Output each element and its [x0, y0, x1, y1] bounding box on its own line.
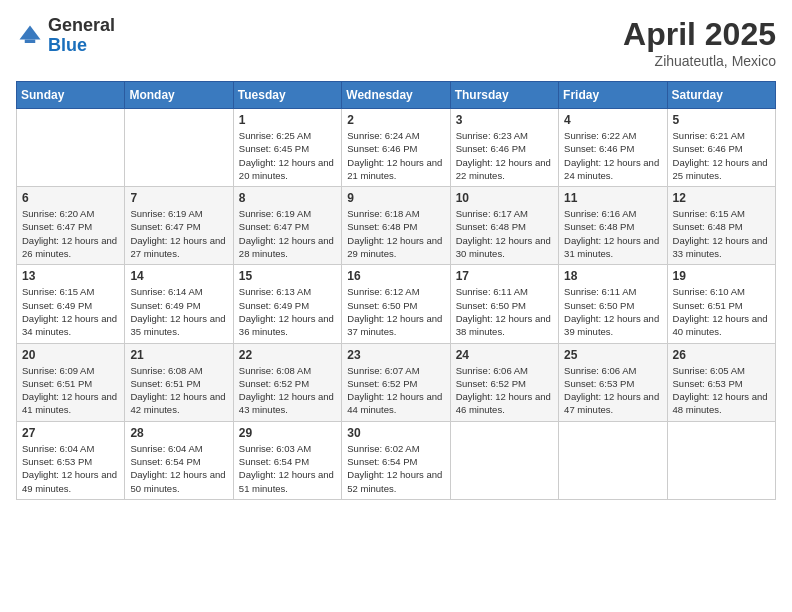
calendar-week-row: 20Sunrise: 6:09 AMSunset: 6:51 PMDayligh… [17, 343, 776, 421]
day-info: Sunrise: 6:13 AMSunset: 6:49 PMDaylight:… [239, 285, 336, 338]
calendar-cell: 9Sunrise: 6:18 AMSunset: 6:48 PMDaylight… [342, 187, 450, 265]
calendar-cell: 6Sunrise: 6:20 AMSunset: 6:47 PMDaylight… [17, 187, 125, 265]
weekday-header: Saturday [667, 82, 775, 109]
day-info: Sunrise: 6:06 AMSunset: 6:52 PMDaylight:… [456, 364, 553, 417]
day-info: Sunrise: 6:15 AMSunset: 6:49 PMDaylight:… [22, 285, 119, 338]
day-info: Sunrise: 6:19 AMSunset: 6:47 PMDaylight:… [130, 207, 227, 260]
day-number: 26 [673, 348, 770, 362]
day-info: Sunrise: 6:19 AMSunset: 6:47 PMDaylight:… [239, 207, 336, 260]
day-info: Sunrise: 6:15 AMSunset: 6:48 PMDaylight:… [673, 207, 770, 260]
day-info: Sunrise: 6:04 AMSunset: 6:53 PMDaylight:… [22, 442, 119, 495]
location: Zihuateutla, Mexico [623, 53, 776, 69]
day-number: 10 [456, 191, 553, 205]
day-number: 24 [456, 348, 553, 362]
day-number: 15 [239, 269, 336, 283]
day-info: Sunrise: 6:18 AMSunset: 6:48 PMDaylight:… [347, 207, 444, 260]
day-info: Sunrise: 6:21 AMSunset: 6:46 PMDaylight:… [673, 129, 770, 182]
day-number: 13 [22, 269, 119, 283]
day-number: 6 [22, 191, 119, 205]
day-number: 1 [239, 113, 336, 127]
weekday-header: Thursday [450, 82, 558, 109]
day-info: Sunrise: 6:23 AMSunset: 6:46 PMDaylight:… [456, 129, 553, 182]
day-info: Sunrise: 6:07 AMSunset: 6:52 PMDaylight:… [347, 364, 444, 417]
calendar-cell: 14Sunrise: 6:14 AMSunset: 6:49 PMDayligh… [125, 265, 233, 343]
calendar-cell: 7Sunrise: 6:19 AMSunset: 6:47 PMDaylight… [125, 187, 233, 265]
calendar-cell: 26Sunrise: 6:05 AMSunset: 6:53 PMDayligh… [667, 343, 775, 421]
calendar-cell [450, 421, 558, 499]
day-info: Sunrise: 6:03 AMSunset: 6:54 PMDaylight:… [239, 442, 336, 495]
day-info: Sunrise: 6:25 AMSunset: 6:45 PMDaylight:… [239, 129, 336, 182]
day-info: Sunrise: 6:11 AMSunset: 6:50 PMDaylight:… [564, 285, 661, 338]
day-number: 4 [564, 113, 661, 127]
day-number: 2 [347, 113, 444, 127]
svg-rect-1 [25, 39, 36, 43]
calendar-cell: 25Sunrise: 6:06 AMSunset: 6:53 PMDayligh… [559, 343, 667, 421]
day-info: Sunrise: 6:08 AMSunset: 6:52 PMDaylight:… [239, 364, 336, 417]
calendar-cell: 1Sunrise: 6:25 AMSunset: 6:45 PMDaylight… [233, 109, 341, 187]
weekday-header: Tuesday [233, 82, 341, 109]
day-info: Sunrise: 6:08 AMSunset: 6:51 PMDaylight:… [130, 364, 227, 417]
calendar-cell: 5Sunrise: 6:21 AMSunset: 6:46 PMDaylight… [667, 109, 775, 187]
calendar-cell: 8Sunrise: 6:19 AMSunset: 6:47 PMDaylight… [233, 187, 341, 265]
calendar-cell [125, 109, 233, 187]
calendar-cell: 15Sunrise: 6:13 AMSunset: 6:49 PMDayligh… [233, 265, 341, 343]
calendar-cell: 12Sunrise: 6:15 AMSunset: 6:48 PMDayligh… [667, 187, 775, 265]
svg-marker-0 [20, 25, 41, 39]
day-number: 28 [130, 426, 227, 440]
calendar-table: SundayMondayTuesdayWednesdayThursdayFrid… [16, 81, 776, 500]
calendar-cell: 18Sunrise: 6:11 AMSunset: 6:50 PMDayligh… [559, 265, 667, 343]
page-header: General Blue April 2025 Zihuateutla, Mex… [16, 16, 776, 69]
day-number: 9 [347, 191, 444, 205]
day-number: 14 [130, 269, 227, 283]
calendar-cell [667, 421, 775, 499]
day-number: 27 [22, 426, 119, 440]
day-info: Sunrise: 6:17 AMSunset: 6:48 PMDaylight:… [456, 207, 553, 260]
calendar-cell: 3Sunrise: 6:23 AMSunset: 6:46 PMDaylight… [450, 109, 558, 187]
calendar-cell: 4Sunrise: 6:22 AMSunset: 6:46 PMDaylight… [559, 109, 667, 187]
day-number: 5 [673, 113, 770, 127]
weekday-header: Sunday [17, 82, 125, 109]
day-number: 7 [130, 191, 227, 205]
day-number: 20 [22, 348, 119, 362]
weekday-header: Monday [125, 82, 233, 109]
calendar-cell: 2Sunrise: 6:24 AMSunset: 6:46 PMDaylight… [342, 109, 450, 187]
day-number: 22 [239, 348, 336, 362]
day-number: 21 [130, 348, 227, 362]
day-info: Sunrise: 6:05 AMSunset: 6:53 PMDaylight:… [673, 364, 770, 417]
day-number: 11 [564, 191, 661, 205]
day-number: 25 [564, 348, 661, 362]
month-title: April 2025 [623, 16, 776, 53]
day-number: 23 [347, 348, 444, 362]
day-info: Sunrise: 6:24 AMSunset: 6:46 PMDaylight:… [347, 129, 444, 182]
day-info: Sunrise: 6:11 AMSunset: 6:50 PMDaylight:… [456, 285, 553, 338]
day-info: Sunrise: 6:02 AMSunset: 6:54 PMDaylight:… [347, 442, 444, 495]
calendar-week-row: 1Sunrise: 6:25 AMSunset: 6:45 PMDaylight… [17, 109, 776, 187]
day-number: 30 [347, 426, 444, 440]
day-number: 19 [673, 269, 770, 283]
weekday-header-row: SundayMondayTuesdayWednesdayThursdayFrid… [17, 82, 776, 109]
logo-blue: Blue [48, 35, 87, 55]
calendar-cell: 22Sunrise: 6:08 AMSunset: 6:52 PMDayligh… [233, 343, 341, 421]
logo-general: General [48, 15, 115, 35]
calendar-cell: 11Sunrise: 6:16 AMSunset: 6:48 PMDayligh… [559, 187, 667, 265]
day-number: 8 [239, 191, 336, 205]
day-number: 29 [239, 426, 336, 440]
day-info: Sunrise: 6:10 AMSunset: 6:51 PMDaylight:… [673, 285, 770, 338]
day-info: Sunrise: 6:04 AMSunset: 6:54 PMDaylight:… [130, 442, 227, 495]
day-info: Sunrise: 6:22 AMSunset: 6:46 PMDaylight:… [564, 129, 661, 182]
calendar-week-row: 27Sunrise: 6:04 AMSunset: 6:53 PMDayligh… [17, 421, 776, 499]
day-info: Sunrise: 6:14 AMSunset: 6:49 PMDaylight:… [130, 285, 227, 338]
weekday-header: Wednesday [342, 82, 450, 109]
calendar-cell: 20Sunrise: 6:09 AMSunset: 6:51 PMDayligh… [17, 343, 125, 421]
calendar-cell: 27Sunrise: 6:04 AMSunset: 6:53 PMDayligh… [17, 421, 125, 499]
day-info: Sunrise: 6:16 AMSunset: 6:48 PMDaylight:… [564, 207, 661, 260]
day-number: 17 [456, 269, 553, 283]
logo-icon [16, 22, 44, 50]
logo: General Blue [16, 16, 115, 56]
day-number: 3 [456, 113, 553, 127]
calendar-cell [17, 109, 125, 187]
day-number: 18 [564, 269, 661, 283]
day-info: Sunrise: 6:09 AMSunset: 6:51 PMDaylight:… [22, 364, 119, 417]
calendar-cell: 30Sunrise: 6:02 AMSunset: 6:54 PMDayligh… [342, 421, 450, 499]
calendar-cell: 10Sunrise: 6:17 AMSunset: 6:48 PMDayligh… [450, 187, 558, 265]
